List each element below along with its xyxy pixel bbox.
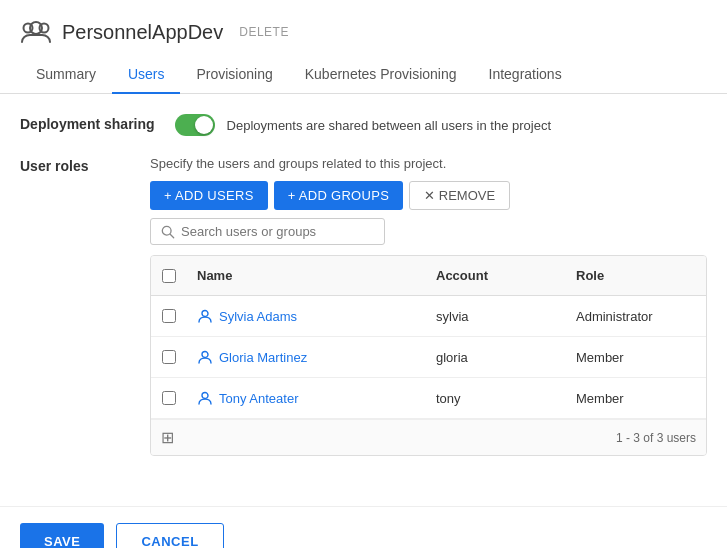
table-row: Sylvia Adams sylvia Administrator: [151, 296, 706, 337]
th-account: Account: [426, 264, 566, 287]
search-icon: [161, 225, 175, 239]
tab-users[interactable]: Users: [112, 56, 181, 94]
search-row: [150, 218, 385, 245]
user-icon: [197, 349, 213, 365]
bottom-actions: SAVE CANCEL: [0, 506, 727, 548]
table-footer: ⊞ 1 - 3 of 3 users: [151, 419, 706, 455]
tab-provisioning[interactable]: Provisioning: [180, 56, 288, 94]
action-buttons: + ADD USERS + ADD GROUPS ✕ REMOVE: [150, 181, 707, 210]
row1-checkbox-cell: [151, 303, 187, 329]
row2-name: Gloria Martinez: [187, 343, 426, 371]
deployment-sharing-section: Deployment sharing Deployments are share…: [20, 114, 707, 136]
main-content: Deployment sharing Deployments are share…: [0, 94, 727, 496]
app-name: PersonnelAppDev: [62, 21, 223, 44]
tab-summary[interactable]: Summary: [20, 56, 112, 94]
toggle-thumb: [195, 116, 213, 134]
row1-name: Sylvia Adams: [187, 302, 426, 330]
table-footer-icon: ⊞: [161, 428, 174, 447]
deployment-sharing-description: Deployments are shared between all users…: [227, 118, 551, 133]
save-button[interactable]: SAVE: [20, 523, 104, 548]
row3-checkbox[interactable]: [162, 391, 176, 405]
table-row: Gloria Martinez gloria Member: [151, 337, 706, 378]
select-all-checkbox[interactable]: [162, 269, 176, 283]
users-table: Name Account Role Sylvia Adams: [150, 255, 707, 456]
deployment-sharing-label: Deployment sharing: [20, 114, 155, 132]
roles-description: Specify the users and groups related to …: [150, 156, 707, 171]
add-groups-button[interactable]: + ADD GROUPS: [274, 181, 404, 210]
cancel-button[interactable]: CANCEL: [116, 523, 223, 548]
tabs-nav: Summary Users Provisioning Kubernetes Pr…: [0, 56, 727, 94]
svg-line-4: [170, 234, 174, 238]
deployment-toggle[interactable]: [175, 114, 215, 136]
app-logo-icon: [20, 16, 52, 48]
th-name: Name: [187, 264, 426, 287]
tab-integrations[interactable]: Integrations: [473, 56, 578, 94]
toggle-track: [175, 114, 215, 136]
row3-account: tony: [426, 385, 566, 412]
th-checkbox: [151, 264, 187, 287]
user-roles-section: User roles Specify the users and groups …: [20, 156, 707, 456]
tab-kubernetes[interactable]: Kubernetes Provisioning: [289, 56, 473, 94]
table-row: Tony Anteater tony Member: [151, 378, 706, 419]
row1-account: sylvia: [426, 303, 566, 330]
user-roles-body: Specify the users and groups related to …: [150, 156, 707, 456]
row3-role: Member: [566, 385, 706, 412]
remove-button[interactable]: ✕ REMOVE: [409, 181, 510, 210]
app-header: PersonnelAppDev DELETE: [0, 0, 727, 48]
user-roles-label: User roles: [20, 156, 130, 174]
delete-button[interactable]: DELETE: [239, 25, 289, 39]
svg-point-6: [202, 352, 208, 358]
deployment-sharing-body: Deployments are shared between all users…: [175, 114, 707, 136]
svg-point-7: [202, 393, 208, 399]
row1-role: Administrator: [566, 303, 706, 330]
svg-point-5: [202, 311, 208, 317]
search-input[interactable]: [181, 224, 374, 239]
toggle-row: Deployments are shared between all users…: [175, 114, 707, 136]
svg-point-2: [40, 24, 49, 33]
th-role: Role: [566, 264, 706, 287]
user-icon: [197, 390, 213, 406]
row3-checkbox-cell: [151, 385, 187, 411]
row3-name: Tony Anteater: [187, 384, 426, 412]
svg-point-1: [24, 24, 33, 33]
row2-checkbox[interactable]: [162, 350, 176, 364]
table-header: Name Account Role: [151, 256, 706, 296]
row2-account: gloria: [426, 344, 566, 371]
app-title: PersonnelAppDev: [20, 16, 223, 48]
add-users-button[interactable]: + ADD USERS: [150, 181, 268, 210]
user-icon: [197, 308, 213, 324]
row1-checkbox[interactable]: [162, 309, 176, 323]
row2-checkbox-cell: [151, 344, 187, 370]
table-footer-text: 1 - 3 of 3 users: [616, 431, 696, 445]
row2-role: Member: [566, 344, 706, 371]
